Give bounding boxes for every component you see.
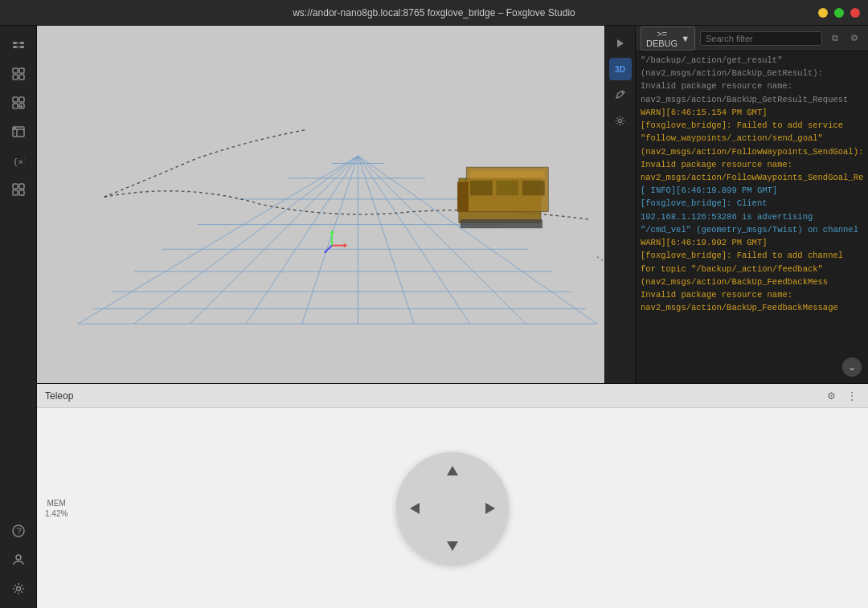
- log-search-input[interactable]: [700, 31, 822, 46]
- svg-rect-8: [13, 75, 18, 80]
- svg-rect-56: [470, 181, 493, 196]
- 3d-grid: [37, 26, 604, 383]
- log-line: Invalid package resource name:: [641, 289, 863, 301]
- svg-rect-9: [19, 75, 24, 80]
- settings-tool-icon[interactable]: [609, 109, 632, 132]
- dpad-down-button[interactable]: [436, 529, 469, 561]
- svg-rect-2: [13, 46, 17, 48]
- log-line: WARN][6:46:15.154 PM GMT]: [641, 107, 863, 119]
- sidebar-item-help[interactable]: ?: [6, 518, 31, 544]
- sidebar-item-add-panel[interactable]: [6, 90, 31, 116]
- main-layout: {×} ?: [0, 26, 868, 608]
- sidebar-item-extensions[interactable]: [6, 177, 31, 202]
- svg-rect-10: [13, 97, 18, 102]
- svg-marker-70: [447, 541, 458, 551]
- teleop-more-icon[interactable]: ⋮: [844, 388, 860, 404]
- log-level-label: >= DEBUG: [646, 29, 678, 48]
- maximize-button[interactable]: [834, 8, 844, 18]
- log-scroll-down-button[interactable]: ⌄: [842, 357, 862, 377]
- content-area: 3D: [37, 26, 868, 608]
- sidebar-item-variables[interactable]: {×}: [6, 148, 31, 173]
- log-line: [foxglove_bridge]: Client: [641, 198, 863, 210]
- dpad-right-button[interactable]: [473, 492, 506, 524]
- sidebar-item-panel-settings[interactable]: [6, 119, 31, 145]
- log-line: "follow_waypoints/_action/send_goal": [641, 133, 863, 145]
- svg-point-27: [16, 555, 21, 560]
- svg-rect-6: [13, 68, 18, 73]
- sidebar-item-layout[interactable]: [6, 61, 31, 87]
- log-line: [foxglove_bridge]: Failed to add service: [641, 120, 863, 132]
- 3d-tool-icon[interactable]: 3D: [609, 58, 632, 80]
- log-toolbar: >= DEBUG ▼ ⧉ ⚙ ⋮: [636, 26, 868, 51]
- svg-rect-1: [20, 42, 24, 44]
- log-line: "/cmd_vel" (geometry_msgs/Twist) on chan…: [641, 224, 863, 236]
- mem-label: MEM: [45, 498, 68, 508]
- log-panel: >= DEBUG ▼ ⧉ ⚙ ⋮ "/backup/_action/get_re…: [635, 26, 868, 383]
- svg-marker-71: [410, 503, 420, 514]
- log-toolbar-icons: ⧉ ⚙ ⋮: [827, 31, 868, 47]
- teleop-settings-icon[interactable]: ⚙: [823, 388, 839, 404]
- svg-rect-24: [19, 190, 24, 195]
- mem-indicator: MEM 1.42%: [45, 498, 68, 519]
- top-panel: 3D: [37, 26, 868, 383]
- log-line: WARN][6:46:19.902 PM GMT]: [641, 237, 863, 249]
- svg-rect-11: [19, 97, 24, 102]
- teleop-panel: Teleop ⚙ ⋮ MEM 1.42%: [37, 384, 868, 608]
- svg-text:?: ?: [16, 526, 21, 536]
- log-line: Invalid package resource name:: [641, 80, 863, 92]
- log-copy-icon[interactable]: ⧉: [827, 31, 843, 47]
- teleop-body: MEM 1.42%: [37, 408, 868, 608]
- svg-rect-12: [13, 104, 18, 108]
- log-line: Invalid package resource name:: [641, 159, 863, 171]
- right-tools-panel: 3D: [604, 26, 635, 383]
- dpad-controller: [396, 452, 509, 565]
- log-scroll-wrapper: "/backup/_action/get_result"(nav2_msgs/a…: [636, 51, 868, 383]
- dpad-left-button[interactable]: [399, 492, 432, 524]
- log-line: "/backup/_action/get_result": [641, 55, 863, 67]
- sidebar-item-account[interactable]: [6, 547, 31, 573]
- svg-rect-3: [20, 46, 24, 48]
- window-title: ws://andor-nano8gb.local:8765 foxglove_b…: [293, 7, 575, 18]
- log-settings-icon[interactable]: ⚙: [846, 31, 862, 47]
- sidebar-item-settings[interactable]: [6, 576, 31, 602]
- pencil-tool-icon[interactable]: [609, 84, 632, 106]
- minimize-button[interactable]: [818, 8, 828, 18]
- svg-rect-59: [457, 182, 469, 212]
- log-line: [foxglove_bridge]: Failed to add channel: [641, 250, 863, 262]
- play-tool-icon[interactable]: [609, 32, 632, 55]
- svg-marker-69: [447, 466, 458, 475]
- sidebar-item-connection[interactable]: [6, 32, 31, 58]
- svg-rect-0: [13, 42, 17, 44]
- teleop-header: Teleop ⚙ ⋮: [37, 384, 868, 408]
- mem-value: 1.42%: [45, 508, 68, 519]
- log-line: for topic "/backup/_action/feedback": [641, 263, 863, 275]
- svg-point-68: [618, 119, 621, 122]
- svg-rect-21: [13, 184, 18, 189]
- log-line: (nav2_msgs/action/FollowWaypoints_SendGo…: [641, 146, 863, 158]
- log-content[interactable]: "/backup/_action/get_result"(nav2_msgs/a…: [636, 51, 868, 383]
- svg-rect-22: [19, 184, 24, 189]
- svg-rect-60: [461, 219, 542, 228]
- svg-rect-7: [19, 68, 24, 73]
- svg-marker-66: [617, 39, 624, 47]
- log-line: (nav2_msgs/action/BackUp_FeedbackMess: [641, 276, 863, 288]
- svg-rect-55: [470, 171, 545, 178]
- log-line: (nav2_msgs/action/BackUp_GetResult):: [641, 67, 863, 80]
- svg-point-19: [14, 128, 15, 129]
- log-line: 192.168.1.126:53286 is advertising: [641, 211, 863, 223]
- svg-text:{×}: {×}: [13, 157, 25, 167]
- log-line: nav2_msgs/action/FollowWaypoints_SendGoa…: [641, 172, 863, 184]
- dpad-up-button[interactable]: [436, 455, 469, 488]
- close-button[interactable]: [850, 8, 860, 18]
- log-level-button[interactable]: >= DEBUG ▼: [641, 27, 695, 51]
- teleop-header-icons: ⚙ ⋮: [823, 388, 860, 404]
- left-sidebar: {×} ?: [0, 26, 37, 608]
- log-line: nav2_msgs/action/BackUp_FeedbackMessage: [641, 302, 863, 314]
- svg-rect-23: [13, 190, 18, 195]
- 3d-viewport[interactable]: 3D: [37, 26, 604, 383]
- svg-marker-72: [485, 503, 495, 514]
- log-line: [ INFO][6:46:19.899 PM GMT]: [641, 185, 863, 197]
- log-level-chevron: ▼: [681, 34, 690, 43]
- svg-rect-58: [522, 181, 545, 196]
- log-line: nav2_msgs/action/BackUp_GetResult_Reques…: [641, 94, 863, 106]
